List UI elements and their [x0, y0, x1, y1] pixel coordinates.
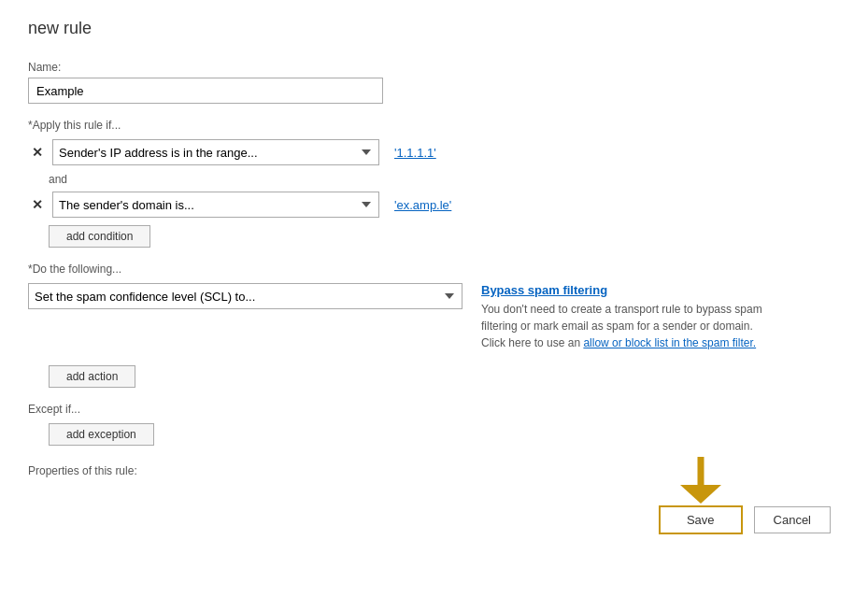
condition-2-select[interactable]: The sender's domain is...	[52, 192, 379, 218]
name-section: Name:	[28, 61, 840, 104]
except-label: Except if...	[28, 403, 840, 416]
add-condition-button[interactable]: add condition	[49, 225, 150, 248]
save-button[interactable]: Save	[659, 505, 743, 534]
remove-condition-2-button[interactable]: ✕	[28, 198, 47, 211]
remove-condition-1-button[interactable]: ✕	[28, 146, 47, 159]
do-following-section: *Do the following... Set the spam confid…	[28, 263, 840, 388]
action-select-wrap: Set the spam confidence level (SCL) to..…	[28, 283, 462, 309]
name-label: Name:	[28, 61, 840, 74]
bypass-spam-link[interactable]: Bypass spam filtering	[481, 283, 799, 297]
bypass-info-text: You don't need to create a transport rul…	[481, 301, 799, 351]
add-action-button[interactable]: add action	[49, 365, 135, 388]
arrow-indicator	[680, 457, 721, 506]
condition-1-select[interactable]: Sender's IP address is in the range...	[52, 139, 379, 165]
bypass-text-1: You don't need to create a transport rul…	[481, 303, 762, 333]
bypass-prefix: Click here to use an	[481, 336, 583, 349]
apply-rule-section: *Apply this rule if... ✕ Sender's IP add…	[28, 119, 840, 248]
action-row: Set the spam confidence level (SCL) to..…	[28, 283, 840, 351]
name-input[interactable]	[28, 78, 383, 104]
info-panel: Bypass spam filtering You don't need to …	[481, 283, 799, 351]
and-label: and	[49, 173, 840, 186]
svg-marker-1	[680, 485, 721, 504]
bypass-inline-link[interactable]: allow or block list in the spam filter.	[583, 336, 756, 349]
save-button-wrap: Save	[659, 505, 743, 534]
except-section: Except if... add exception	[28, 403, 840, 446]
condition-2-value-link[interactable]: 'ex.amp.le'	[394, 198, 451, 212]
action-1-select[interactable]: Set the spam confidence level (SCL) to..…	[28, 283, 462, 309]
do-following-label: *Do the following...	[28, 263, 840, 276]
condition-1-value-link[interactable]: '1.1.1.1'	[394, 146, 436, 160]
condition-row-1: ✕ Sender's IP address is in the range...…	[28, 139, 840, 165]
condition-row-2: ✕ The sender's domain is... 'ex.amp.le'	[28, 192, 840, 218]
apply-rule-label: *Apply this rule if...	[28, 119, 840, 132]
page-title: new rule	[28, 19, 840, 38]
cancel-button[interactable]: Cancel	[754, 506, 831, 533]
add-exception-button[interactable]: add exception	[49, 423, 154, 446]
footer-row: Save Cancel	[28, 505, 840, 534]
